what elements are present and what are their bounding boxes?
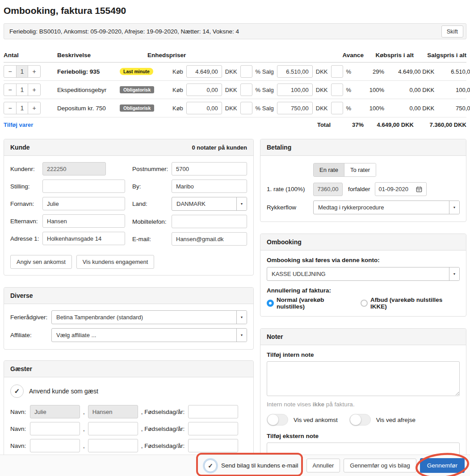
gennemfor-vis-bilag-button[interactable]: Gennemfør og vis bilag [344,459,416,472]
to-rater-button[interactable]: To rater [344,163,376,176]
mobiltelefon-field[interactable] [172,215,247,228]
ombooking-panel: Ombooking Ombooking skal føres via denne… [260,234,466,317]
salg-pct-input[interactable] [331,102,343,114]
en-rate-button[interactable]: En rate [314,163,344,176]
obligatorisk-badge: Obligatorisk [120,86,154,94]
kob-price-input[interactable] [186,84,222,96]
noter-panel: Noter Tilføj intern note Intern note vis… [260,328,466,476]
minus-icon[interactable]: − [4,66,16,77]
radio-afbud[interactable] [361,300,368,307]
guest-fodselsdag-field[interactable] [188,405,238,418]
gennemfor-wrap: Gennemfør [420,458,465,473]
skift-button[interactable]: Skift [441,25,463,38]
feriraadgiver-select[interactable]: Betina Tampenbrander (standard) ▼ [51,310,247,324]
kob-price-input[interactable] [186,65,222,78]
kob-pct-input[interactable] [240,84,252,96]
plus-icon[interactable]: + [28,84,40,96]
quantity-stepper[interactable]: −1+ [4,84,41,96]
fornavn-field[interactable] [42,197,125,210]
kundens-engagement-button[interactable]: Vis kundens engagement [76,255,154,269]
by-field[interactable] [172,180,247,193]
col-header-kobspris: Købspris i alt [364,52,414,58]
minus-icon[interactable]: − [4,102,16,114]
diverse-panel-title: Diverse [10,292,33,299]
affiliate-selected-value: Vælg affiliate ... [52,329,236,342]
pct-salg-label: % Salg [256,68,274,75]
intern-note-textarea[interactable] [267,361,460,396]
item-name: Depositum kr. 750 [57,105,106,112]
unit-prices: Køb DKK % Salg DKK % [172,102,356,114]
customer-notes-count: 0 notater på kunden [192,144,247,151]
guest-fodselsdag-field[interactable] [188,422,238,435]
radio-normal[interactable] [267,300,274,307]
rate-amount-field[interactable] [313,183,343,196]
chevron-down-icon[interactable]: ▼ [449,201,459,214]
kob-price-input[interactable] [186,102,222,114]
guest-row: Navn: , , Fødselsdag/år: [10,405,247,418]
salg-price-input[interactable] [277,102,313,114]
radio-afbud-label: Afbud (varekøb nulstilles IKKE) [370,296,460,310]
ombooking-panel-title: Ombooking [267,238,302,246]
vis-ved-afrejse-toggle[interactable] [349,414,371,426]
guest-fornavn-field[interactable] [30,405,80,418]
rykkerflow-select[interactable]: Medtag i rykkerprocedure ▼ [313,200,460,214]
guest-efternavn-field[interactable] [88,422,138,435]
minus-icon[interactable]: − [4,84,16,96]
email-field[interactable] [172,232,247,246]
quantity-stepper[interactable]: −1+ [4,102,41,114]
guest-fornavn-field[interactable] [30,439,80,452]
land-selected-value: DANMARK [172,197,236,210]
chevron-down-icon[interactable]: ▼ [236,197,247,210]
kob-pct-input[interactable] [240,102,252,114]
postnummer-field[interactable] [172,162,247,175]
ekstern-note-label: Tilføj ekstern note [267,433,460,439]
gennemfor-button[interactable]: Gennemfør [420,458,465,473]
salgspris-total: 100,00 DKK [434,87,470,93]
calendar-icon[interactable] [415,186,423,193]
guest-fornavn-field[interactable] [30,422,80,435]
kundenr-field[interactable] [42,162,106,175]
avance-value: 29% [356,68,384,75]
noter-panel-title: Noter [267,333,283,340]
land-select[interactable]: DANMARK ▼ [172,197,247,211]
chevron-down-icon[interactable]: ▼ [449,267,459,280]
send-bilag-checkbox[interactable]: ✓ [204,459,217,472]
sen-ankomst-button[interactable]: Angiv sen ankomst [10,255,72,269]
vis-ved-ankomst-toggle[interactable] [267,414,288,426]
salg-pct-input[interactable] [331,65,343,78]
guest-efternavn-field[interactable] [88,439,138,452]
salg-pct-input[interactable] [331,84,343,96]
chevron-down-icon[interactable]: ▼ [236,311,247,324]
kunde-panel-title: Kunde [10,144,30,151]
chevron-down-icon[interactable]: ▼ [236,329,247,342]
quantity-value: 1 [16,102,28,114]
invoice-items-table: Antal Beskrivelse Enhedspriser Avance Kø… [4,52,466,130]
annuller-button[interactable]: Annuller [306,459,340,472]
salg-price-input[interactable] [277,84,313,96]
anvend-kunde-checkbox[interactable]: ✓ [10,384,24,398]
guest-efternavn-field[interactable] [88,405,138,418]
quantity-value: 1 [16,84,28,96]
plus-icon[interactable]: + [28,66,40,77]
guest-fodselsdag-field[interactable] [188,439,238,452]
radio-normal-label: Normal (varekøb nulstilles) [277,296,353,310]
dkk-label: DKK [316,87,328,93]
obligatorisk-badge: Obligatorisk [120,104,154,112]
konto-select[interactable]: KASSE UDLEJNING ▼ [267,267,460,281]
hint-suffix: på faktura. [324,401,355,408]
stilling-field[interactable] [42,180,125,193]
pct-label: % [346,105,352,112]
salg-price-input[interactable] [277,65,313,78]
affiliate-select[interactable]: Vælg affiliate ... ▼ [51,328,247,342]
plus-icon[interactable]: + [28,102,40,114]
adresse-field[interactable] [42,232,125,245]
add-items-link[interactable]: Tilføj varer [4,121,33,128]
check-icon: ✓ [14,387,20,395]
affiliate-label: Affiliate: [10,332,51,338]
fodselsdag-label: , Fødselsdag/år: [141,409,185,415]
kob-pct-input[interactable] [240,65,252,78]
due-date-picker[interactable]: 01-09-2020 [375,182,427,196]
quantity-stepper[interactable]: −1+ [4,65,41,78]
efternavn-field[interactable] [42,214,125,228]
comma-separator: , [83,409,85,415]
